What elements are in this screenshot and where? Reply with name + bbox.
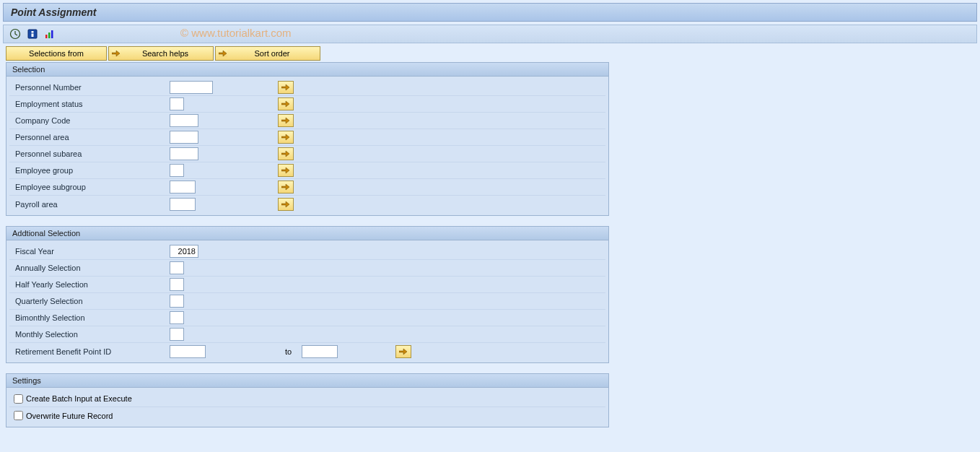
quarterly-selection-input[interactable] [170, 295, 184, 308]
personnel-number-label: Personnel Number [11, 83, 170, 92]
fiscal-year-input[interactable] [170, 245, 198, 258]
selections-from-button[interactable]: Selections from [6, 46, 107, 61]
monthly-selection-input[interactable] [170, 328, 184, 341]
multiple-selection-button[interactable] [278, 181, 294, 194]
personnel-number-input[interactable] [170, 81, 213, 94]
create-batch-input-label: Create Batch Input at Execute [26, 394, 132, 403]
svg-rect-6 [51, 30, 53, 38]
personnel-area-input[interactable] [170, 131, 198, 144]
arrow-right-icon [112, 50, 121, 57]
additional-selection-title: Addtional Selection [6, 227, 608, 240]
selection-group: Selection Personnel Number Employment st… [6, 62, 609, 216]
multiple-selection-button[interactable] [278, 164, 294, 177]
quarterly-selection-label: Quarterly Selection [11, 297, 170, 305]
company-code-label: Company Code [11, 116, 170, 125]
variant-icon[interactable] [27, 28, 38, 40]
stats-icon[interactable] [44, 28, 56, 40]
sort-order-label: Sort order [233, 49, 311, 58]
overwrite-future-record-checkbox[interactable] [14, 411, 23, 420]
search-helps-button[interactable]: Search helps [108, 46, 214, 61]
personnel-subarea-input[interactable] [170, 147, 198, 160]
annually-selection-label: Annually Selection [11, 264, 170, 272]
svg-rect-4 [45, 35, 48, 38]
settings-group-title: Settings [6, 374, 608, 388]
payroll-area-input[interactable] [170, 198, 196, 211]
svg-rect-2 [32, 31, 34, 33]
retirement-benefit-id-from-input[interactable] [170, 345, 206, 358]
personnel-area-label: Personnel area [11, 133, 170, 142]
half-yearly-selection-label: Half Yearly Selection [11, 280, 170, 289]
action-buttons-row: Selections from Search helps Sort order [6, 46, 980, 61]
multiple-selection-button[interactable] [278, 81, 294, 94]
selection-group-title: Selection [6, 63, 608, 77]
arrow-right-icon [219, 50, 227, 57]
title-bar: Point Assignment [3, 3, 977, 22]
multiple-selection-button[interactable] [278, 147, 294, 160]
svg-rect-5 [48, 32, 51, 38]
annually-selection-input[interactable] [170, 261, 184, 274]
sort-order-button[interactable]: Sort order [215, 46, 320, 61]
multiple-selection-button[interactable] [278, 198, 294, 211]
page-title: Point Assignment [11, 6, 97, 18]
retirement-benefit-id-to-input[interactable] [302, 345, 338, 358]
watermark-text: © www.tutorialkart.com [180, 27, 292, 39]
create-batch-input-checkbox[interactable] [14, 394, 23, 404]
employee-subgroup-input[interactable] [170, 181, 196, 194]
payroll-area-label: Payroll area [11, 200, 170, 209]
search-helps-label: Search helps [126, 49, 204, 58]
multiple-selection-button[interactable] [278, 114, 294, 127]
overwrite-future-record-label: Overwrite Future Record [26, 412, 113, 420]
personnel-subarea-label: Personnel subarea [11, 149, 170, 158]
settings-group: Settings Create Batch Input at Execute O… [6, 373, 609, 427]
half-yearly-selection-input[interactable] [170, 278, 184, 291]
employment-status-input[interactable] [170, 97, 184, 110]
employment-status-label: Employment status [11, 100, 170, 108]
selections-from-label: Selections from [29, 49, 84, 58]
employee-group-label: Employee group [11, 166, 170, 175]
bimonthly-selection-input[interactable] [170, 311, 184, 324]
to-label: to [285, 347, 292, 356]
app-toolbar: © www.tutorialkart.com [3, 25, 977, 43]
execute-icon[interactable] [9, 28, 21, 40]
multiple-selection-button[interactable] [395, 345, 411, 358]
employee-subgroup-label: Employee subgroup [11, 183, 170, 191]
retirement-benefit-id-label: Retirement Benefit Point ID [11, 347, 170, 356]
bimonthly-selection-label: Bimonthly Selection [11, 313, 170, 322]
employee-group-input[interactable] [170, 164, 184, 177]
svg-rect-3 [32, 34, 34, 38]
company-code-input[interactable] [170, 114, 198, 127]
multiple-selection-button[interactable] [278, 97, 294, 110]
monthly-selection-label: Monthly Selection [11, 330, 170, 339]
multiple-selection-button[interactable] [278, 131, 294, 144]
additional-selection-group: Addtional Selection Fiscal Year Annually… [6, 226, 609, 363]
fiscal-year-label: Fiscal Year [11, 247, 170, 256]
